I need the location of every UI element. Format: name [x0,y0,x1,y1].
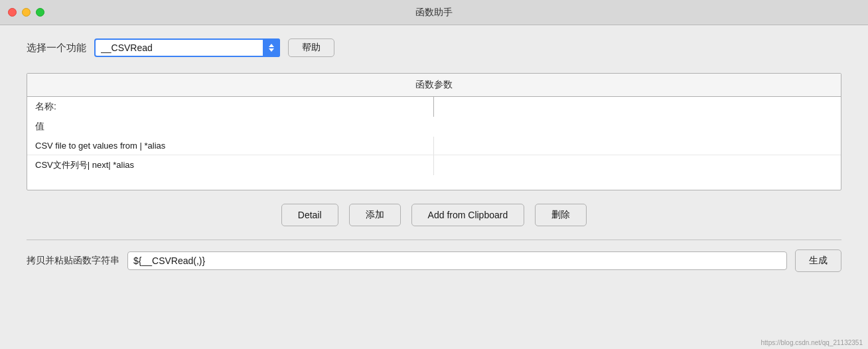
window-controls[interactable] [8,8,44,17]
params-rows: CSV file to get values from | *alias CSV… [27,137,841,190]
param-value-1 [434,137,841,155]
copy-row: 拷贝并粘贴函数字符串 生成 [27,240,841,280]
generate-button[interactable]: 生成 [795,249,841,272]
copy-label: 拷贝并粘贴函数字符串 [27,255,119,267]
table-row: CSV file to get values from | *alias [27,137,841,155]
title-bar: 函数助手 [0,0,868,25]
function-select[interactable]: __CSVRead [94,38,280,57]
detail-button[interactable]: Detail [281,204,338,226]
delete-button[interactable]: 删除 [535,204,587,226]
params-header: 名称: 值 [27,97,841,137]
col-name-header: 名称: [27,97,434,117]
table-row: CSV文件列号| next| *alias [27,155,841,175]
maximize-button[interactable] [36,8,44,17]
function-row: 选择一个功能 __CSVRead 帮助 [27,38,841,57]
help-button[interactable]: 帮助 [288,38,334,57]
watermark: https://blog.csdn.net/qq_21132351 [761,339,863,346]
close-button[interactable] [8,8,17,17]
params-section: 函数参数 名称: 值 CSV file to get values from |… [27,73,841,190]
function-label: 选择一个功能 [27,42,86,54]
add-clipboard-button[interactable]: Add from Clipboard [411,204,525,226]
params-title: 函数参数 [27,74,841,97]
action-buttons: Detail 添加 Add from Clipboard 删除 [27,204,841,226]
param-name-2: CSV文件列号| next| *alias [27,155,434,175]
window-title: 函数助手 [415,7,453,19]
param-name-1: CSV file to get values from | *alias [27,137,434,155]
minimize-button[interactable] [22,8,31,17]
copy-input[interactable] [127,251,787,270]
main-content: 选择一个功能 __CSVRead 帮助 函数参数 名称: 值 CSV file … [0,25,868,293]
param-value-2 [434,155,841,175]
add-button[interactable]: 添加 [349,204,401,226]
col-value-header: 值 [27,117,434,137]
function-select-wrapper: __CSVRead [94,38,280,57]
